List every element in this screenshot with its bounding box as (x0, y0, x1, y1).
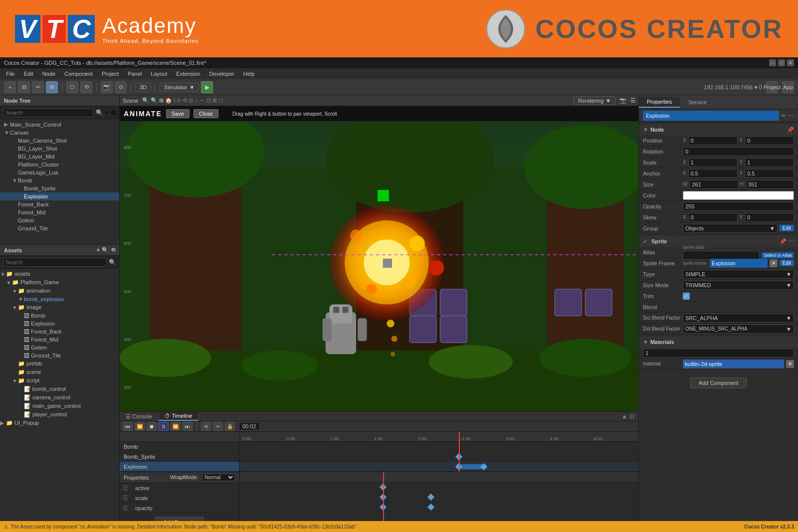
prop-menu-active[interactable]: ☰ (120, 485, 131, 492)
tl-time-cursor[interactable] (459, 432, 460, 472)
prop-row-active[interactable]: ☰ active (120, 483, 239, 493)
tree-item-camera[interactable]: Main_Camera_Shot (0, 137, 119, 145)
node-name-edit-icon[interactable]: ✏ (781, 112, 786, 119)
node-section-pin[interactable]: 📌 (787, 127, 794, 133)
camera-view-icon[interactable]: 📷 (619, 97, 626, 104)
prop-row-opacity[interactable]: ☰ opacity (120, 503, 239, 513)
asset-camera-control[interactable]: 📝 camera_control (0, 393, 119, 402)
asset-explosion[interactable]: 🖼 Explosion (0, 320, 119, 328)
minimize-button[interactable]: ─ (769, 59, 776, 66)
prop-active-track[interactable] (239, 482, 638, 492)
kf-opacity-2[interactable] (427, 504, 434, 511)
asset-prefab[interactable]: 📁 prefab (0, 359, 119, 368)
tree-item-main-scene[interactable]: ▶ Main_Scene_Control (0, 120, 119, 129)
sprite-frame-clear-button[interactable]: ✕ (770, 259, 778, 267)
asset-bomb-explosion[interactable]: ▼ bomb_explosion (0, 295, 119, 303)
prop-scale-track[interactable] (239, 492, 638, 502)
asset-add-icon[interactable]: + (97, 247, 100, 253)
zoom-in-icon[interactable]: 🔍 (142, 97, 149, 104)
menu-project[interactable]: Project (98, 70, 123, 78)
position-y-input[interactable] (745, 136, 794, 145)
dst-blend-select[interactable]: ONE_MINUS_SRC_ALPHA ▼ (683, 325, 794, 334)
tl-track-bomb-row[interactable] (239, 442, 638, 452)
save-anim-button[interactable]: Save (166, 109, 190, 118)
settings-node-icon[interactable]: ⚙ (111, 109, 116, 116)
asset-forest-mid[interactable]: 🖼 Forest_Mid (0, 336, 119, 344)
tree-item-canvas[interactable]: ▼ Canvas (0, 129, 119, 137)
add-component-button[interactable]: Add Component (690, 377, 747, 388)
node-options-icon[interactable]: ⋯ (788, 112, 794, 119)
node-section-header[interactable]: ▼ Node 📌 (639, 124, 798, 135)
sprite-enabled-check[interactable]: ✓ (643, 238, 647, 245)
materials-section-header[interactable]: ▼ Materials (639, 337, 798, 348)
tl-track-explosion[interactable]: Explosion (120, 462, 239, 472)
src-blend-select[interactable]: SRC_ALPHA ▼ (683, 314, 794, 323)
asset-ground-tile[interactable]: 🖼 Ground_Tile (0, 352, 119, 359)
menu-developer[interactable]: Developer (205, 70, 238, 78)
app-button[interactable]: App (782, 81, 794, 93)
camera-button[interactable]: 📷 (101, 81, 113, 93)
tree-item-explosion[interactable]: Explosion (0, 192, 119, 200)
tl-pause-btn[interactable]: ⏸ (159, 422, 169, 431)
tl-last-btn[interactable]: ⏭ (183, 422, 193, 431)
kf-scale-2[interactable] (427, 494, 434, 501)
anchor-y-input[interactable] (745, 169, 794, 178)
asset-ui-popup[interactable]: ▶ 📁 UI_Popup (0, 419, 119, 427)
tree-item-forest-back[interactable]: Forest_Back (0, 200, 119, 208)
materials-count-input[interactable] (643, 349, 794, 357)
menu-layout[interactable]: Layout (147, 70, 171, 78)
play-button[interactable]: ▶ (201, 81, 213, 93)
asset-golem[interactable]: 🖼 Golem (0, 344, 119, 352)
tl-prev-btn[interactable]: ⏪ (135, 422, 145, 431)
sprite-frame-input[interactable]: Explosion (710, 259, 768, 268)
anchor-x-input[interactable] (688, 169, 738, 178)
tree-item-bomb[interactable]: ▼ Bomb (0, 177, 119, 184)
tab-console[interactable]: ☰ Console (120, 412, 159, 421)
tl-track-explosion-row[interactable] (239, 462, 638, 472)
tl-loop-btn[interactable]: ⟲ (201, 422, 211, 431)
menu-component[interactable]: Component (60, 70, 97, 78)
tl-next-btn[interactable]: ⏩ (171, 422, 181, 431)
size-h-input[interactable] (746, 180, 794, 189)
asset-refresh-icon[interactable]: ⟲ (111, 247, 115, 253)
menu-help[interactable]: Help (239, 70, 259, 78)
asset-animation[interactable]: ▼ 📁 animation (0, 287, 119, 295)
material-input[interactable]: builtin-2d-sprite (683, 359, 784, 368)
menu-file[interactable]: File (2, 70, 19, 78)
material-clear-button[interactable]: ✕ (786, 360, 794, 368)
menu-node[interactable]: Node (38, 70, 59, 78)
asset-platform-game[interactable]: ▼ 📁 Platform_Game (0, 278, 119, 287)
fit-icon[interactable]: ⊞ (159, 97, 164, 104)
prop-menu-opacity[interactable]: ☰ (120, 505, 131, 512)
tab-timeline[interactable]: ⏱ Timeline (159, 412, 199, 421)
asset-script[interactable]: ▼ 📁 script (0, 376, 119, 385)
asset-bomb[interactable]: 🖼 Bomb (0, 312, 119, 320)
asset-player-control[interactable]: 📝 player_control (0, 410, 119, 419)
tool5[interactable]: ⊙ (115, 81, 127, 93)
size-w-input[interactable] (689, 180, 738, 189)
maximize-button[interactable]: □ (778, 59, 785, 66)
add-property-button[interactable]: Add Property (155, 517, 203, 521)
sprite-frame-edit-button[interactable]: Edit (780, 260, 794, 266)
tl-stop-btn[interactable]: ⏹ (147, 422, 157, 431)
tree-item-forest-mid[interactable]: Forest_Mid (0, 208, 119, 216)
tl-track-bomb-sprite[interactable]: Bomb_Sprite (120, 452, 239, 462)
scale-x-input[interactable] (688, 158, 738, 167)
asset-scene[interactable]: 📁 scene (0, 368, 119, 376)
tl-lock-btn[interactable]: 🔒 (225, 422, 235, 431)
tab-service[interactable]: Service (680, 97, 715, 107)
asset-forest-back[interactable]: 🖼 Forest_Back (0, 328, 119, 336)
skew-y-input[interactable] (745, 213, 794, 222)
simulator-button[interactable]: Simulator ▼ (160, 83, 199, 92)
wrapmode-select[interactable]: Normal Loop PingPong (202, 474, 235, 481)
asset-assets[interactable]: ▼ 📁 assets (0, 270, 119, 278)
trim-checkbox[interactable]: ✓ (683, 293, 690, 300)
rendering-button[interactable]: Rendering ▼ (574, 96, 615, 105)
asset-bomb-control[interactable]: 📝 bomb_control (0, 385, 119, 393)
tree-item-bg-layer[interactable]: BG_Layer_Shot (0, 145, 119, 153)
group-edit-button[interactable]: Edit (780, 225, 794, 231)
undo-button[interactable]: ↩ (32, 81, 44, 93)
tree-item-bomb-sprite[interactable]: Bomb_Sprite (0, 184, 119, 192)
minus-button[interactable]: ⊟ (18, 81, 30, 93)
type-select[interactable]: SIMPLE ▼ (683, 270, 794, 279)
